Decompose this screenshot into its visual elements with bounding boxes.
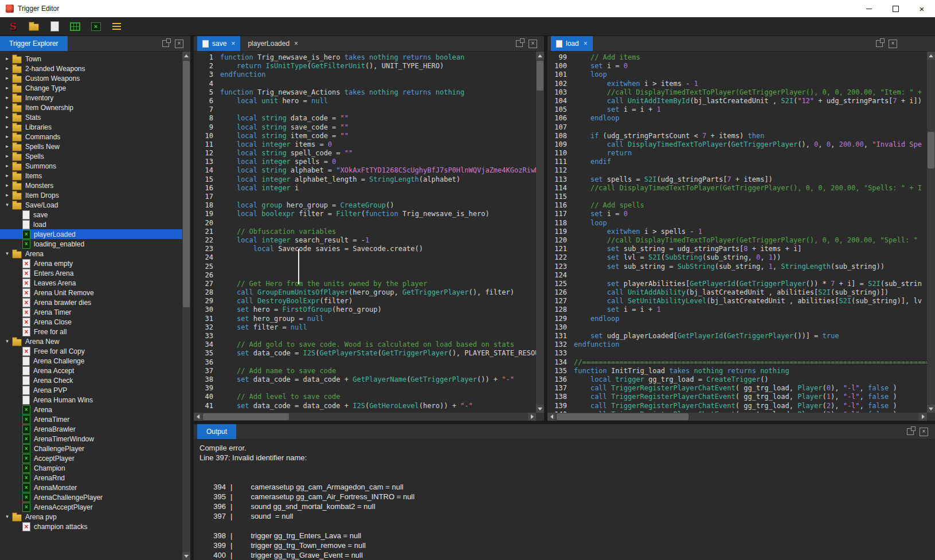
collapsed-arrow-icon[interactable]: ▸ (2, 115, 12, 120)
tree-item-loading-enabled[interactable]: loading_enabled (0, 239, 182, 249)
collapsed-arrow-icon[interactable]: ▸ (2, 193, 12, 198)
tree-item-arena-human-wins[interactable]: Arena Human Wins (0, 395, 182, 405)
tree-item-change-type[interactable]: ▸Change Type (0, 83, 182, 93)
scroll-up-button[interactable] (182, 52, 190, 60)
scrollbar-thumb[interactable] (928, 132, 934, 169)
tree-item-arena[interactable]: Arena (0, 405, 182, 414)
tab-save[interactable]: save× (197, 36, 240, 51)
collapsed-arrow-icon[interactable]: ▸ (2, 154, 12, 159)
float-panel-icon[interactable] (516, 40, 523, 47)
minimize-button[interactable] (856, 0, 882, 17)
collapsed-arrow-icon[interactable]: ▸ (2, 163, 12, 169)
tree-item-stats[interactable]: ▸Stats (0, 112, 182, 122)
maximize-button[interactable] (882, 0, 909, 17)
tree-item-arenamonster[interactable]: ArenaMonster (0, 483, 182, 492)
tree-item-item-drops[interactable]: ▸Item Drops (0, 190, 182, 200)
tree-item-arena-challenge[interactable]: Arena Challenge (0, 356, 182, 366)
tree-item-enters-arena[interactable]: Enters Arena (0, 268, 182, 278)
scroll-down-button[interactable] (536, 405, 544, 413)
float-panel-icon[interactable] (876, 40, 883, 47)
toolbar-custom-script-button[interactable] (89, 20, 102, 33)
scrollbar-thumb[interactable] (537, 61, 543, 91)
scroll-right-button[interactable] (919, 413, 927, 421)
close-button[interactable]: × (909, 0, 935, 17)
tree-item-arena-check[interactable]: Arena Check (0, 375, 182, 385)
tree-item-items[interactable]: ▸Items (0, 171, 182, 181)
tree-item-monsters[interactable]: ▸Monsters (0, 181, 182, 190)
close-panel-icon[interactable]: × (175, 40, 183, 48)
toolbar-variable-list-button[interactable] (110, 20, 123, 33)
tree-item-custom-weapons[interactable]: ▸Custom Weapons (0, 73, 182, 83)
collapsed-arrow-icon[interactable]: ▸ (2, 95, 12, 100)
horizontal-scrollbar[interactable] (194, 413, 536, 421)
tree-item-playerloaded[interactable]: playerLoaded (0, 229, 182, 239)
tree-item-libraries[interactable]: ▸Libraries (0, 122, 182, 132)
toolbar-new-trigger-button[interactable] (48, 20, 61, 33)
tree-item-arenaacceptplayer[interactable]: ArenaAcceptPlayer (0, 502, 182, 512)
collapsed-arrow-icon[interactable]: ▸ (2, 105, 12, 110)
tab-playerloaded[interactable]: playerLoaded× (242, 36, 303, 51)
tree-item-arenarnd[interactable]: ArenaRnd (0, 473, 182, 483)
toolbar-gui-trigger-grid-button[interactable] (69, 20, 81, 33)
tree-item-commands[interactable]: ▸Commands (0, 132, 182, 142)
float-panel-icon[interactable] (162, 40, 169, 47)
collapsed-arrow-icon[interactable]: ▸ (2, 134, 12, 139)
toolbar-jass-script-editor-button[interactable]: S (7, 20, 19, 33)
tree-item-challengeplayer[interactable]: ChallengePlayer (0, 444, 182, 453)
tree-item-champion[interactable]: Champion (0, 463, 182, 473)
vertical-scrollbar[interactable] (927, 52, 935, 413)
scrollbar-thumb[interactable] (557, 413, 688, 420)
tab-output[interactable]: Output (197, 424, 236, 439)
collapsed-arrow-icon[interactable]: ▸ (2, 183, 12, 188)
tree-item-spells-new[interactable]: ▸Spells New (0, 142, 182, 151)
tree-item-inventory[interactable]: ▸Inventory (0, 93, 182, 103)
tab-close-icon[interactable]: × (293, 40, 298, 48)
tab-close-icon[interactable]: × (582, 40, 588, 48)
tree-item-acceptplayer[interactable]: AcceptPlayer (0, 453, 182, 463)
scroll-down-button[interactable] (927, 405, 935, 413)
expanded-arrow-icon[interactable]: ▾ (2, 339, 12, 344)
float-panel-icon[interactable] (907, 428, 914, 435)
code-editor-save[interactable]: function Trig_newsave_is_hero takes noth… (218, 52, 536, 413)
scroll-down-button[interactable] (182, 552, 190, 560)
collapsed-arrow-icon[interactable]: ▸ (2, 76, 12, 81)
tree-item-arena-new[interactable]: ▾Arena New (0, 336, 182, 346)
tree-item-town[interactable]: ▸Town (0, 54, 182, 64)
scroll-right-button[interactable] (528, 413, 536, 421)
collapsed-arrow-icon[interactable]: ▸ (2, 85, 12, 91)
tree-item-arena-pvp[interactable]: Arena PVP (0, 385, 182, 395)
tree-item-arenabrawler[interactable]: ArenaBrawler (0, 424, 182, 434)
code-editor-load[interactable]: // Add items set i = 0 loop exitwhen i >… (572, 52, 927, 413)
scroll-up-button[interactable] (927, 52, 935, 60)
tab-close-icon[interactable]: × (230, 40, 235, 48)
scroll-left-button[interactable] (194, 413, 202, 421)
tree-item-arenatimer[interactable]: ArenaTimer (0, 414, 182, 424)
close-panel-icon[interactable]: × (529, 40, 537, 48)
tree-item-free-for-all-copy[interactable]: Free for all Copy (0, 346, 182, 356)
explorer-scrollbar[interactable] (182, 52, 190, 560)
tree-item-save-load[interactable]: ▾Save/Load (0, 200, 182, 210)
expanded-arrow-icon[interactable]: ▾ (2, 251, 12, 256)
tree-item-save[interactable]: save (0, 210, 182, 220)
scroll-up-button[interactable] (536, 52, 544, 60)
tree-item-spells[interactable]: ▸Spells (0, 151, 182, 161)
tree-item-arena[interactable]: ▾Arena (0, 249, 182, 259)
tree-item-arena-empty[interactable]: Arena empty (0, 259, 182, 268)
tree-item-arenatimerwindow[interactable]: ArenaTimerWindow (0, 434, 182, 444)
tree-item-arena-timer[interactable]: Arena Timer (0, 307, 182, 317)
scroll-left-button[interactable] (547, 413, 555, 421)
tree-item-free-for-all[interactable]: Free for all (0, 327, 182, 336)
tree-item-item-ownership[interactable]: ▸Item Ownership (0, 103, 182, 112)
tree-item-2-handed-weapons[interactable]: ▸2-handed Weapons (0, 64, 182, 73)
tree-item-arena-brawler-dies[interactable]: Arena brawler dies (0, 297, 182, 307)
collapsed-arrow-icon[interactable]: ▸ (2, 66, 12, 71)
vertical-scrollbar[interactable] (536, 52, 544, 413)
tree-item-arena-pvp[interactable]: ▾Arena pvp (0, 512, 182, 522)
tree-item-arena-unit-remove[interactable]: Arena Unit Remove (0, 288, 182, 297)
explorer-scrollbar-thumb[interactable] (183, 61, 190, 307)
close-panel-icon[interactable]: × (889, 40, 897, 48)
tree-item-arenachallengeplayer[interactable]: ArenaChallengePlayer (0, 492, 182, 502)
scrollbar-thumb[interactable] (203, 413, 289, 420)
horizontal-scrollbar[interactable] (547, 413, 927, 421)
close-panel-icon[interactable]: × (920, 428, 928, 436)
